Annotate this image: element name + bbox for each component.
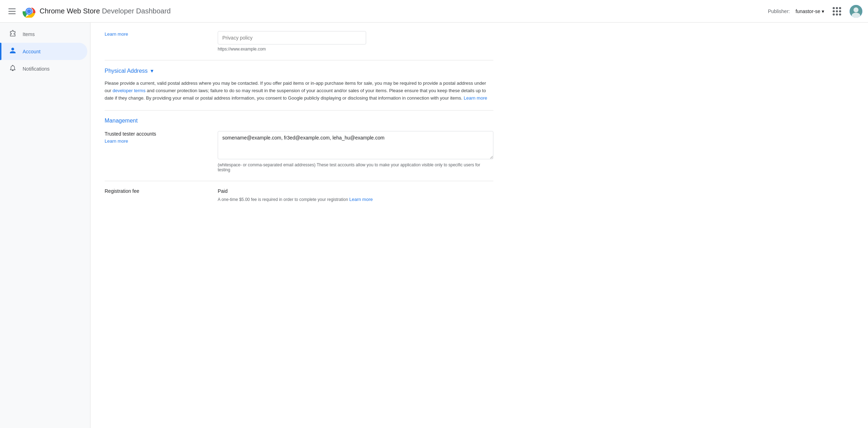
physical-address-description: Please provide a current, valid postal a… (105, 80, 493, 102)
developer-terms-link[interactable]: developer terms (112, 88, 145, 93)
physical-address-header: Physical Address ▾ (105, 67, 493, 74)
trusted-tester-hint: (whitespace- or comma-separated email ad… (218, 162, 493, 172)
app-container: Items Account Notifications (0, 23, 868, 428)
sidebar-items-label: Items (23, 31, 35, 37)
header-right: Publisher: funastor-se ▾ (768, 4, 862, 18)
privacy-policy-input-col: https://www.example.com (218, 31, 493, 52)
trusted-tester-textarea[interactable]: somename@example.com, fr3ed@example.com,… (218, 131, 493, 159)
app-subtitle: Developer Dashboard (102, 7, 171, 15)
physical-address-chevron-icon[interactable]: ▾ (151, 67, 153, 74)
chevron-down-icon: ▾ (822, 8, 824, 14)
sidebar-item-items[interactable]: Items (0, 25, 87, 43)
bell-icon (8, 64, 17, 73)
divider-1 (105, 60, 493, 60)
apps-grid-icon[interactable] (830, 4, 844, 18)
header-title: Chrome Web Store Developer Dashboard (40, 7, 171, 15)
registration-fee-label: Registration fee (105, 188, 204, 194)
person-icon (8, 47, 17, 56)
privacy-policy-learn-more-link[interactable]: Learn more (105, 31, 128, 37)
registration-fee-label-col: Registration fee (105, 188, 204, 195)
hamburger-menu-icon[interactable] (6, 6, 18, 17)
privacy-policy-label-col: Learn more (105, 31, 204, 37)
trusted-tester-input-col: somename@example.com, fr3ed@example.com,… (218, 131, 493, 172)
trusted-tester-label: Trusted tester accounts (105, 131, 204, 137)
publisher-label: Publisher: (768, 8, 790, 14)
management-title: Management (105, 118, 493, 124)
sidebar-notifications-label: Notifications (23, 66, 49, 72)
sidebar-item-account[interactable]: Account (0, 43, 87, 60)
trusted-tester-learn-more-link[interactable]: Learn more (105, 138, 128, 144)
divider-2 (105, 110, 493, 111)
chrome-logo-icon (23, 5, 35, 18)
divider-3 (105, 181, 493, 181)
svg-point-3 (27, 9, 31, 13)
sidebar: Items Account Notifications (0, 23, 90, 428)
registration-fee-row: Registration fee Paid A one-time $5.00 f… (105, 188, 493, 202)
registration-fee-description: A one-time $5.00 fee is required in orde… (218, 197, 493, 202)
app-header: Chrome Web Store Developer Dashboard Pub… (0, 0, 868, 23)
physical-address-learn-more-link[interactable]: Learn more (464, 95, 487, 101)
trusted-tester-label-col: Trusted tester accounts Learn more (105, 131, 204, 144)
registration-fee-value-col: Paid A one-time $5.00 fee is required in… (218, 188, 493, 202)
sidebar-account-label: Account (23, 49, 41, 54)
trusted-tester-row: Trusted tester accounts Learn more somen… (105, 131, 493, 172)
registration-fee-value: Paid (218, 188, 493, 194)
header-left: Chrome Web Store Developer Dashboard (6, 5, 768, 18)
privacy-policy-row: Learn more https://www.example.com (105, 31, 493, 52)
main-content: Learn more https://www.example.com Physi… (90, 23, 868, 428)
app-name: Chrome Web Store (40, 7, 100, 15)
user-avatar[interactable] (850, 5, 862, 18)
publisher-name-text: funastor-se (796, 8, 820, 14)
privacy-policy-input-hint: https://www.example.com (218, 47, 493, 52)
sidebar-item-notifications[interactable]: Notifications (0, 60, 87, 77)
puzzle-icon (8, 30, 17, 38)
svg-point-5 (854, 7, 858, 12)
physical-address-title[interactable]: Physical Address (105, 68, 148, 74)
registration-fee-learn-more-link[interactable]: Learn more (349, 197, 373, 202)
account-section: Learn more https://www.example.com Physi… (105, 31, 493, 202)
publisher-selector[interactable]: funastor-se ▾ (796, 8, 824, 14)
privacy-policy-input[interactable] (218, 31, 366, 44)
